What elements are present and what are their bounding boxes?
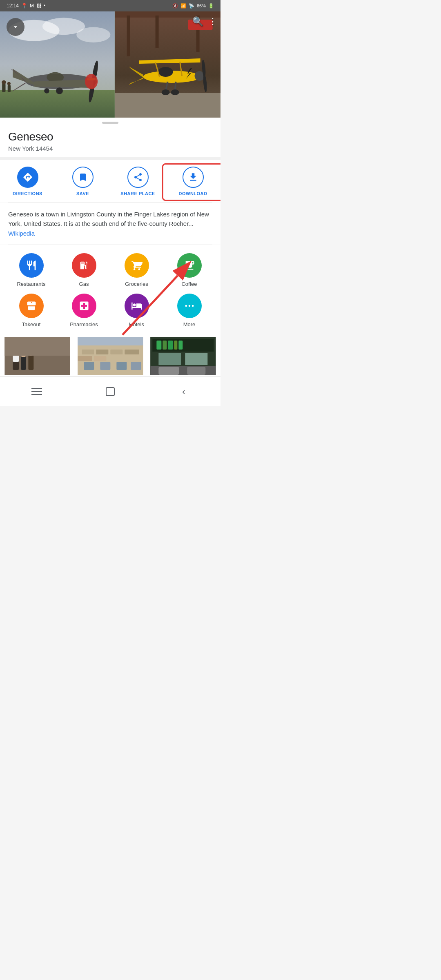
share-label: SHARE PLACE: [120, 191, 155, 196]
image-icon: 🖼: [36, 3, 41, 9]
svg-point-50: [192, 305, 194, 307]
svg-rect-18: [64, 77, 85, 82]
directions-icon-circle: [17, 167, 38, 188]
save-label: SAVE: [76, 191, 89, 196]
gas-label: Gas: [79, 281, 89, 287]
save-button[interactable]: SAVE: [55, 167, 110, 196]
svg-rect-59: [4, 337, 70, 356]
svg-point-15: [85, 74, 98, 89]
category-hotels[interactable]: Hotels: [112, 294, 161, 327]
svg-rect-69: [100, 362, 110, 370]
restaurants-icon: [19, 253, 44, 278]
gas-icon: [72, 253, 96, 278]
svg-rect-19: [2, 84, 5, 92]
wifi-icon: 📶: [180, 3, 186, 9]
svg-point-3: [76, 27, 110, 42]
download-label: DOWNLOAD: [179, 191, 207, 196]
place-name: Geneseo: [8, 130, 212, 143]
directions-button[interactable]: DIRECTIONS: [0, 167, 55, 196]
save-icon-circle: [72, 167, 94, 188]
location-icon: 📍: [21, 3, 27, 9]
description-text: Geneseo is a town in Livingston County i…: [8, 211, 209, 227]
signal-icon: 📡: [189, 3, 194, 9]
nav-menu-icon: [31, 388, 42, 395]
nav-back-button[interactable]: ‹: [172, 383, 196, 400]
category-restaurants[interactable]: Restaurants: [7, 253, 56, 287]
category-coffee[interactable]: Coffee: [165, 253, 214, 287]
photo-thumb-1[interactable]: [2, 337, 73, 375]
category-grid: Restaurants Gas Groceries: [7, 253, 214, 327]
drag-handle-bar: [102, 122, 118, 124]
svg-rect-25: [127, 16, 130, 56]
download-icon-circle: [183, 167, 204, 188]
svg-rect-80: [179, 341, 183, 350]
mail-icon: M: [30, 3, 34, 9]
photo-thumb-3[interactable]: [147, 337, 219, 375]
section-divider-1: [0, 157, 220, 160]
download-button[interactable]: DOWNLOAD: [165, 167, 220, 196]
photo-thumb-2[interactable]: [75, 337, 146, 375]
svg-rect-84: [159, 353, 181, 365]
svg-rect-78: [168, 341, 173, 350]
share-icon-circle: [127, 167, 149, 188]
restaurants-label: Restaurants: [17, 281, 45, 287]
hotels-icon: [125, 294, 149, 318]
svg-rect-71: [131, 362, 141, 370]
coffee-label: Coffee: [181, 281, 197, 287]
nav-back-icon: ‹: [182, 386, 185, 397]
category-more[interactable]: More: [165, 294, 214, 327]
status-right: 🔇 📶 📡 66% 🔋: [172, 3, 214, 9]
hotels-label: Hotels: [129, 321, 144, 327]
groceries-label: Groceries: [125, 281, 148, 287]
svg-rect-4: [0, 90, 115, 118]
svg-rect-62: [82, 350, 94, 354]
svg-point-48: [185, 305, 187, 307]
action-buttons: DIRECTIONS SAVE SHARE PLACE DOWNLOAD: [0, 160, 220, 203]
share-button[interactable]: SHARE PLACE: [110, 167, 165, 196]
svg-rect-21: [8, 85, 11, 92]
nav-menu-button[interactable]: [24, 383, 49, 400]
status-left: 12:14 📍 M 🖼 •: [7, 3, 45, 9]
svg-rect-82: [159, 367, 179, 375]
directions-label: DIRECTIONS: [13, 191, 42, 196]
svg-point-17: [44, 88, 49, 93]
svg-point-20: [2, 80, 6, 84]
back-button[interactable]: [7, 18, 24, 36]
svg-rect-75: [153, 339, 214, 352]
search-icon[interactable]: 🔍: [192, 16, 203, 27]
place-address: New York 14454: [8, 145, 212, 152]
svg-point-32: [158, 67, 173, 77]
svg-rect-54: [21, 356, 26, 370]
more-label: More: [183, 321, 196, 327]
svg-rect-77: [163, 341, 167, 350]
svg-rect-68: [84, 362, 94, 370]
svg-point-42: [161, 89, 169, 95]
wikipedia-link[interactable]: Wikipedia: [8, 230, 35, 237]
svg-rect-64: [110, 350, 122, 354]
takeout-label: Takeout: [22, 321, 41, 327]
photo-strip: [0, 336, 220, 376]
svg-rect-70: [116, 362, 127, 370]
groceries-icon: [125, 253, 149, 278]
nav-home-button[interactable]: [98, 383, 122, 400]
svg-rect-67: [94, 356, 106, 361]
svg-rect-65: [125, 350, 139, 354]
status-bar: 12:14 📍 M 🖼 • 🔇 📶 📡 66% 🔋: [0, 0, 220, 11]
more-icon[interactable]: ⋮: [208, 16, 217, 27]
svg-rect-72: [78, 337, 143, 345]
nav-home-icon: [106, 387, 115, 396]
pharmacies-icon: [72, 294, 96, 318]
svg-point-22: [7, 82, 11, 85]
description: Geneseo is a town in Livingston County i…: [0, 203, 220, 245]
svg-point-16: [56, 87, 63, 94]
svg-point-43: [171, 89, 179, 95]
more-icon-circle: [177, 294, 202, 318]
photo-right[interactable]: [115, 11, 220, 118]
battery-percent: 66%: [197, 3, 206, 8]
svg-rect-26: [155, 16, 158, 48]
svg-point-49: [188, 305, 190, 307]
category-groceries[interactable]: Groceries: [112, 253, 161, 287]
category-takeout[interactable]: Takeout: [7, 294, 56, 327]
category-pharmacies[interactable]: Pharmacies: [59, 294, 109, 327]
category-gas[interactable]: Gas: [59, 253, 109, 287]
